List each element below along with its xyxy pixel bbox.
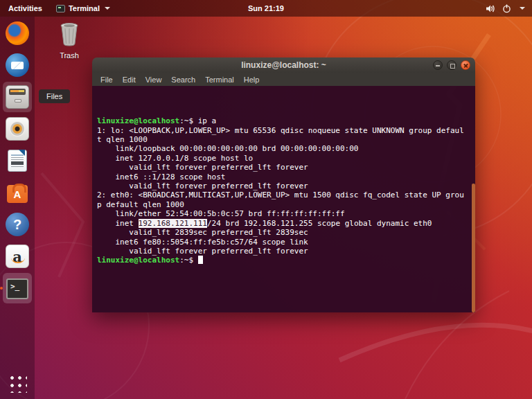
terminal-line: 1: lo: <LOOPBACK,UP,LOWER_UP> mtu 65536 … (97, 126, 468, 135)
activities-label: Activities (8, 4, 42, 12)
terminal-titlebar[interactable]: linuxize@localhost: ~ (92, 57, 475, 73)
menu-item-view[interactable]: View (141, 74, 166, 85)
terminal-menubar: FileEditViewSearchTerminalHelp (92, 73, 475, 86)
clock[interactable]: Sun 21:19 (248, 4, 284, 12)
terminal-line: linuxize@localhost:~$ (97, 256, 468, 265)
terminal-line: linuxize@localhost:~$ ip a (97, 116, 468, 125)
terminal-line: t qlen 1000 (97, 135, 468, 144)
terminal-cursor (198, 256, 203, 264)
libreoffice-writer-icon (8, 150, 27, 172)
dock-files-button[interactable] (3, 82, 32, 112)
terminal-line: valid_lft 2839sec preferred_lft 2839sec (97, 228, 468, 237)
terminal-line: link/ether 52:54:00:5b:0c:57 brd ff:ff:f… (97, 209, 468, 218)
terminal-line: 2: eth0: <BROADCAST,MULTICAST,UP,LOWER_U… (97, 190, 468, 200)
dock-help-button[interactable]: ? (3, 209, 32, 240)
terminal-line: link/loopback 00:00:00:00:00:00 brd 00:0… (97, 144, 468, 153)
terminal-line: valid_lft forever preferred_lft forever (97, 181, 468, 190)
thunderbird-icon (6, 53, 29, 77)
window-controls (433, 60, 475, 70)
files-tooltip: Files (39, 89, 70, 103)
volume-icon (486, 4, 495, 13)
files-icon-drawer (9, 89, 26, 95)
maximize-button[interactable] (447, 60, 456, 70)
terminal-line: valid_lft forever preferred_lft forever (97, 247, 468, 256)
terminal-scrollbar (472, 86, 475, 312)
rhythmbox-icon (6, 117, 29, 141)
help-icon: ? (6, 213, 29, 236)
scrollbar-handle[interactable] (472, 184, 475, 312)
dock-ubuntu-software-button[interactable]: A (3, 177, 32, 208)
terminal-icon: >_ (6, 278, 28, 299)
dock-amazon-button[interactable]: a (3, 241, 32, 272)
activities-button[interactable]: Activities (0, 0, 51, 17)
window-title: linuxize@localhost: ~ (92, 60, 475, 70)
chevron-down-icon (105, 7, 110, 10)
dock-rhythmbox-button[interactable] (3, 114, 32, 144)
terminal-mini-icon (56, 5, 65, 12)
terminal-line: inet 127.0.0.1/8 scope host lo (97, 154, 468, 163)
power-icon (502, 4, 511, 13)
system-status-area[interactable] (486, 0, 532, 17)
apps-grid-icon (8, 373, 27, 393)
dock-firefox-button[interactable] (3, 18, 32, 48)
dock-thunderbird-button[interactable] (3, 50, 32, 80)
system-menu-caret-icon (520, 7, 525, 10)
menu-item-search[interactable]: Search (167, 74, 200, 85)
terminal-line: inet 192.168.121.111/24 brd 192.168.121.… (97, 219, 468, 228)
terminal-line: inet6 fe80::5054:ff:fe5b:c57/64 scope li… (97, 238, 468, 247)
ubuntu-software-icon: A (7, 185, 28, 203)
trash-shortcut[interactable]: Trash (53, 21, 86, 60)
menu-item-terminal[interactable]: Terminal (201, 74, 238, 85)
dock: A ? a >_ (0, 17, 35, 399)
files-icon (6, 85, 29, 109)
focused-app-menu[interactable]: Terminal (51, 0, 116, 17)
terminal-output[interactable]: linuxize@localhost:~$ ip a1: lo: <LOOPBA… (92, 86, 475, 312)
terminal-line: p default qlen 1000 (97, 200, 468, 209)
dock-terminal-button[interactable]: >_ (3, 273, 32, 303)
trash-label: Trash (53, 51, 86, 60)
close-button[interactable] (461, 60, 470, 70)
show-applications-button[interactable] (3, 369, 32, 398)
focused-app-label: Terminal (69, 4, 100, 12)
terminal-line: inet6 ::1/128 scope host (97, 172, 468, 181)
menu-item-file[interactable]: File (96, 74, 117, 85)
menu-item-help[interactable]: Help (240, 74, 264, 85)
trash-icon (57, 21, 81, 47)
terminal-line: valid_lft forever preferred_lft forever (97, 163, 468, 172)
files-icon-handle (15, 99, 21, 103)
top-bar: Activities Terminal Sun 21:19 (0, 0, 532, 17)
dock-libreoffice-writer-button[interactable] (3, 145, 32, 176)
firefox-icon (6, 21, 29, 45)
amazon-icon: a (6, 245, 29, 268)
menu-item-edit[interactable]: Edit (118, 74, 140, 85)
minimize-button[interactable] (433, 60, 443, 70)
terminal-window: linuxize@localhost: ~ FileEditViewSearch… (92, 57, 475, 312)
